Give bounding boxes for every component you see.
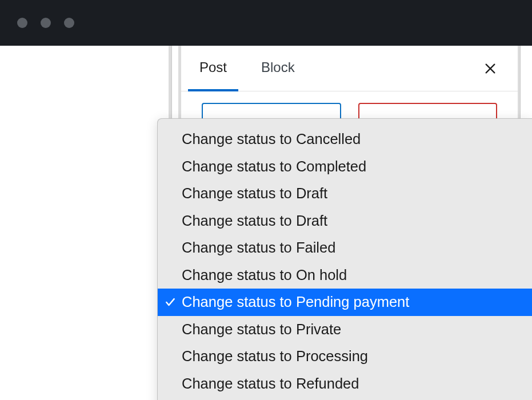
menu-item[interactable]: Change status to Private bbox=[158, 316, 532, 343]
panel-tabs: Post Block bbox=[199, 46, 481, 91]
menu-item[interactable]: Change status to Cancelled bbox=[158, 126, 532, 153]
menu-item[interactable]: Change status to Pending payment bbox=[158, 289, 532, 316]
menu-item-label: Change status to Failed bbox=[182, 237, 335, 259]
menu-item-label: Change status to Refunded bbox=[182, 373, 359, 395]
check-icon bbox=[165, 297, 176, 308]
menu-item[interactable]: Change status to Processing bbox=[158, 343, 532, 370]
tab-block[interactable]: Block bbox=[261, 46, 295, 91]
close-panel-button[interactable] bbox=[481, 59, 499, 78]
traffic-light-minimize[interactable] bbox=[41, 18, 51, 28]
menu-item[interactable]: Change status to Completed bbox=[158, 153, 532, 181]
menu-item[interactable]: Change status to Draft bbox=[158, 207, 532, 235]
menu-item-label: Change status to Completed bbox=[182, 155, 366, 178]
menu-item[interactable]: Change status to Draft bbox=[158, 180, 532, 207]
menu-item[interactable]: Change status to Refunded bbox=[158, 370, 532, 398]
menu-item-label: Change status to Cancelled bbox=[182, 128, 361, 151]
menu-item-label: Change status to Draft bbox=[182, 210, 327, 233]
menu-item[interactable]: Change status to On hold bbox=[158, 262, 532, 289]
panel-header: Post Block bbox=[181, 46, 518, 91]
menu-item[interactable]: Change status to Failed bbox=[158, 234, 532, 262]
close-icon bbox=[484, 62, 497, 75]
traffic-light-zoom[interactable] bbox=[64, 18, 74, 28]
traffic-light-close[interactable] bbox=[17, 18, 27, 28]
menu-item-label: Change status to On hold bbox=[182, 264, 347, 287]
context-menu: Change status to CancelledChange status … bbox=[157, 118, 532, 400]
menu-item-label: Change status to Pending payment bbox=[182, 291, 409, 314]
menu-item-label: Change status to Draft bbox=[182, 182, 327, 205]
menu-item[interactable]: Change status to Trash bbox=[158, 397, 532, 400]
window-titlebar bbox=[0, 0, 532, 46]
menu-item-label: Change status to Processing bbox=[182, 345, 368, 368]
tab-post[interactable]: Post bbox=[199, 46, 227, 91]
menu-item-label: Change status to Private bbox=[182, 318, 341, 341]
